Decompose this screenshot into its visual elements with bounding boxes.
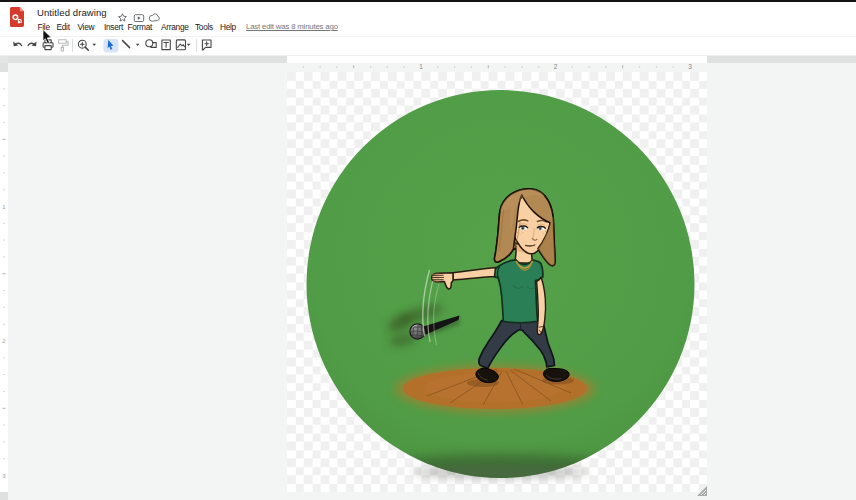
svg-text:3: 3 bbox=[2, 473, 6, 479]
svg-text:2: 2 bbox=[2, 338, 6, 344]
svg-text:2: 2 bbox=[554, 63, 558, 70]
svg-text:1: 1 bbox=[419, 63, 423, 70]
svg-text:1: 1 bbox=[2, 204, 6, 210]
svg-text:3: 3 bbox=[688, 63, 692, 70]
